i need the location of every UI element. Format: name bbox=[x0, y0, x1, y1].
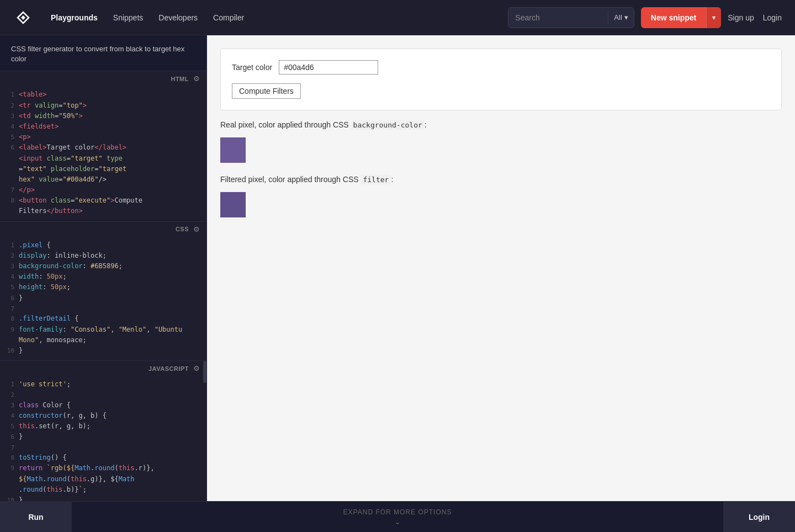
logo[interactable] bbox=[13, 8, 33, 28]
main-container: CSS filter generator to convert from bla… bbox=[0, 35, 795, 501]
code-line: 8 toString() { bbox=[4, 453, 202, 463]
auth-links: Sign up Login bbox=[728, 13, 782, 22]
chevron-down-icon: ▾ bbox=[624, 13, 628, 22]
new-snippet-dropdown[interactable]: ▾ bbox=[706, 7, 721, 28]
code-line: 2 <tr valign="top"> bbox=[4, 100, 202, 111]
code-line: 7 bbox=[4, 443, 202, 453]
code-line: 6} bbox=[4, 293, 202, 304]
bottom-bar: Run EXPAND FOR MORE OPTIONS ⌄ Login bbox=[0, 501, 795, 532]
code-line: 7 </p> bbox=[4, 185, 202, 195]
html-code-panel: HTML ⚙ 1<table> 2 <tr valign="top"> 3 <t… bbox=[0, 71, 206, 221]
code-line: 4 <fieldset> bbox=[4, 121, 202, 132]
js-panel-header: JAVASCRIPT ⚙ bbox=[0, 361, 206, 376]
code-line: 10 } bbox=[4, 495, 202, 501]
code-line: Mono", monospace; bbox=[4, 335, 202, 345]
html-panel-label: HTML bbox=[171, 76, 189, 82]
code-line: 1.pixel { bbox=[4, 240, 202, 251]
filtered-pixel-label: Filtered pixel, color applied through CS… bbox=[220, 174, 782, 185]
code-line: 4 width: 50px; bbox=[4, 272, 202, 282]
code-line: .round(this.b)}`; bbox=[4, 485, 202, 495]
code-line: 2 display: inline-block; bbox=[4, 251, 202, 261]
html-code-content: 1<table> 2 <tr valign="top"> 3 <td width… bbox=[0, 86, 206, 221]
bottom-login-button[interactable]: Login bbox=[723, 502, 795, 533]
logo-icon bbox=[13, 8, 33, 28]
login-link[interactable]: Login bbox=[763, 13, 782, 22]
nav-compiler[interactable]: Compiler bbox=[213, 13, 244, 22]
compute-filters-button[interactable]: Compute Filters bbox=[232, 83, 301, 99]
js-code-panel: JAVASCRIPT ⚙ 1'use strict'; 2 3class Col… bbox=[0, 360, 206, 501]
navbar-right: All ▾ New snippet ▾ Sign up Login bbox=[508, 7, 782, 28]
search-input[interactable] bbox=[508, 13, 608, 22]
code-line: 6 } bbox=[4, 432, 202, 442]
js-scrollbar[interactable] bbox=[203, 361, 206, 383]
expand-section[interactable]: EXPAND FOR MORE OPTIONS ⌄ bbox=[72, 508, 723, 526]
run-button[interactable]: Run bbox=[0, 502, 72, 533]
js-panel-label: JAVASCRIPT bbox=[149, 365, 189, 372]
code-line: 8 <button class="execute">Compute bbox=[4, 195, 202, 206]
css-code-content: 1.pixel { 2 display: inline-block; 3 bac… bbox=[0, 237, 206, 360]
code-line: 3 background-color: #6B5896; bbox=[4, 261, 202, 272]
filtered-color-swatch bbox=[220, 192, 246, 217]
nav-snippets[interactable]: Snippets bbox=[113, 13, 143, 22]
code-line: hex" value="#00a4d6"/> bbox=[4, 174, 202, 185]
navbar-links: Playgrounds Snippets Developers Compiler bbox=[51, 13, 508, 22]
nav-playgrounds[interactable]: Playgrounds bbox=[51, 13, 98, 22]
html-settings-icon[interactable]: ⚙ bbox=[193, 75, 200, 83]
new-snippet-button[interactable]: New snippet bbox=[641, 7, 706, 28]
code-line: 5 height: 50px; bbox=[4, 282, 202, 292]
code-line: 7 bbox=[4, 304, 202, 314]
code-line: 1'use strict'; bbox=[4, 379, 202, 390]
js-settings-icon[interactable]: ⚙ bbox=[193, 364, 200, 373]
code-line: Filters</button> bbox=[4, 206, 202, 216]
chevron-down-icon: ⌄ bbox=[394, 517, 401, 526]
code-line: 1<table> bbox=[4, 89, 202, 100]
html-panel-header: HTML ⚙ bbox=[0, 71, 206, 86]
left-panel: CSS filter generator to convert from bla… bbox=[0, 35, 207, 501]
code-line: 5 <p> bbox=[4, 132, 202, 142]
code-line: 3 <td width="50%"> bbox=[4, 111, 202, 121]
code-line: 3class Color { bbox=[4, 400, 202, 411]
code-line: 9 return `rgb(${Math.round(this.r)}, bbox=[4, 463, 202, 474]
navbar: Playgrounds Snippets Developers Compiler… bbox=[0, 0, 795, 35]
expand-label: EXPAND FOR MORE OPTIONS bbox=[343, 508, 452, 516]
chevron-down-icon: ▾ bbox=[712, 14, 716, 22]
search-bar: All ▾ bbox=[508, 7, 634, 28]
right-panel: Target color Compute Filters Real pixel,… bbox=[207, 35, 795, 501]
code-line: 9 font-family: "Consolas", "Menlo", "Ubu… bbox=[4, 324, 202, 335]
target-color-input[interactable] bbox=[279, 60, 378, 75]
code-line: 8.filterDetail { bbox=[4, 313, 202, 324]
code-line: <input class="target" type bbox=[4, 153, 202, 164]
real-color-swatch bbox=[220, 137, 246, 163]
code-line: 2 bbox=[4, 390, 202, 400]
real-pixel-section: Real pixel, color applied through CSS ba… bbox=[220, 119, 782, 163]
code-line: ${Math.round(this.g)}, ${Math bbox=[4, 474, 202, 485]
code-line: ="text" placeholder="target bbox=[4, 164, 202, 174]
search-filter-dropdown[interactable]: All ▾ bbox=[608, 8, 633, 28]
filtered-pixel-section: Filtered pixel, color applied through CS… bbox=[220, 174, 782, 217]
css-panel-label: CSS bbox=[176, 226, 189, 232]
target-color-label: Target color bbox=[232, 63, 272, 72]
css-panel-header: CSS ⚙ bbox=[0, 222, 206, 237]
js-code-content: 1'use strict'; 2 3class Color { 4 constr… bbox=[0, 376, 206, 501]
code-line: 4 constructor(r, g, b) { bbox=[4, 411, 202, 421]
css-code-panel: CSS ⚙ 1.pixel { 2 display: inline-block;… bbox=[0, 221, 206, 360]
target-color-row: Target color bbox=[232, 60, 770, 75]
code-line: 5 this.set(r, g, b); bbox=[4, 421, 202, 432]
css-settings-icon[interactable]: ⚙ bbox=[193, 225, 200, 233]
search-filter-label: All bbox=[614, 13, 622, 22]
snippet-title: CSS filter generator to convert from bla… bbox=[0, 35, 206, 71]
signup-link[interactable]: Sign up bbox=[728, 13, 754, 22]
code-line: 10} bbox=[4, 345, 202, 356]
code-line: 6 <label>Target color</label> bbox=[4, 142, 202, 153]
nav-developers[interactable]: Developers bbox=[158, 13, 198, 22]
output-box: Target color Compute Filters bbox=[220, 49, 782, 110]
new-snippet-button-group: New snippet ▾ bbox=[641, 7, 721, 28]
real-pixel-label: Real pixel, color applied through CSS ba… bbox=[220, 119, 782, 131]
